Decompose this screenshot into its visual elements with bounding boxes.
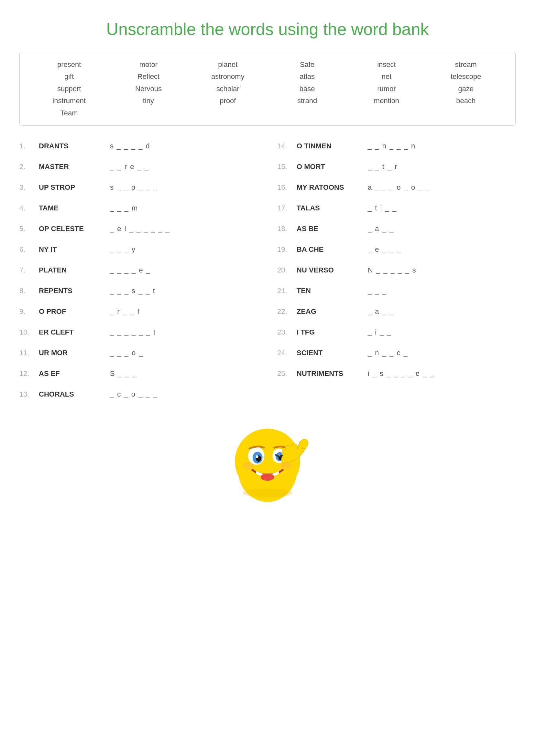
question-number: 4.: [19, 204, 39, 212]
question-hint: N _ _ _ _ _ s: [368, 266, 417, 274]
questions-right-col: 14.O TINMEN_ _ n _ _ _ n15.O MORT_ _ t _…: [277, 142, 516, 411]
question-scrambled: DRANTS: [39, 142, 110, 150]
question-number: 5.: [19, 225, 39, 233]
word-bank-word: instrument: [52, 95, 86, 107]
question-hint: _ _ _ m: [110, 204, 138, 212]
question-hint: _ _ _ _ e _: [110, 266, 151, 274]
question-scrambled: TALAS: [296, 204, 368, 212]
question-scrambled: O TINMEN: [296, 142, 368, 150]
question-number: 8.: [19, 287, 39, 295]
question-item: 25.NUTRIMENTSi _ s _ _ _ _ e _ _: [277, 369, 516, 378]
question-number: 19.: [277, 245, 296, 254]
question-item: 7.PLATEN_ _ _ _ e _: [19, 266, 258, 274]
question-hint: _ _ n _ _ _ n: [368, 142, 416, 150]
svg-point-10: [261, 473, 274, 481]
question-item: 11.UR MOR_ _ _ o _: [19, 349, 258, 357]
question-hint: _ a _ _: [368, 308, 394, 316]
question-scrambled: PLATEN: [39, 266, 110, 274]
word-bank-col-5: streamtelescopegazebeach: [426, 59, 506, 119]
word-bank-word: beach: [456, 95, 475, 107]
word-bank-col-1: motorReflectNervoustiny: [109, 59, 188, 119]
question-hint: s _ _ _ _ d: [110, 142, 151, 150]
question-number: 11.: [19, 349, 39, 357]
word-bank-col-3: Safeatlasbasestrand: [268, 59, 347, 119]
question-scrambled: UR MOR: [39, 349, 110, 357]
question-item: 3.UP STROPs _ _ p _ _ _: [19, 183, 258, 192]
question-scrambled: UP STROP: [39, 183, 110, 192]
question-item: 4.TAME_ _ _ m: [19, 204, 258, 212]
question-number: 16.: [277, 183, 296, 192]
word-bank-word: rumor: [377, 83, 396, 95]
word-bank-word: gift: [64, 70, 74, 82]
question-scrambled: NY IT: [39, 245, 110, 254]
question-hint: _ _ t _ r: [368, 163, 398, 171]
question-scrambled: BA CHE: [296, 245, 368, 254]
question-scrambled: ZEAG: [296, 308, 368, 316]
question-item: 2.MASTER_ _ r e _ _: [19, 163, 258, 171]
word-bank-word: support: [57, 83, 81, 95]
question-scrambled: NU VERSO: [296, 266, 368, 274]
question-item: 14.O TINMEN_ _ n _ _ _ n: [277, 142, 516, 150]
question-scrambled: OP CELESTE: [39, 225, 110, 233]
question-item: 8.REPENTS_ _ _ s _ _ t: [19, 287, 258, 295]
word-bank: presentgiftsupportinstrumentTeammotorRef…: [19, 52, 516, 126]
question-scrambled: TAME: [39, 204, 110, 212]
word-bank-word: gaze: [458, 83, 473, 95]
word-bank-word: telescope: [451, 70, 481, 82]
question-scrambled: MASTER: [39, 163, 110, 171]
question-item: 6.NY IT_ _ _ y: [19, 245, 258, 254]
word-bank-word: proof: [220, 95, 236, 107]
word-bank-word: stream: [455, 59, 477, 70]
question-number: 15.: [277, 163, 296, 171]
question-hint: _ c _ o _ _ _: [110, 390, 157, 398]
word-bank-word: Reflect: [137, 70, 159, 82]
question-number: 23.: [277, 328, 296, 337]
word-bank-word: net: [382, 70, 392, 82]
question-number: 14.: [277, 142, 296, 150]
question-hint: _ _ _ _ _ _ t: [110, 328, 156, 337]
svg-point-11: [243, 462, 254, 469]
word-bank-word: Safe: [300, 59, 314, 70]
svg-point-12: [281, 462, 292, 469]
question-scrambled: SCIENT: [296, 349, 368, 357]
questions-left-col: 1.DRANTSs _ _ _ _ d2.MASTER_ _ r e _ _3.…: [19, 142, 258, 411]
word-bank-word: motor: [139, 59, 157, 70]
question-item: 24.SCIENT_ n _ _ c _: [277, 349, 516, 357]
question-hint: _ _ _ y: [110, 245, 136, 254]
word-bank-word: mention: [374, 95, 399, 107]
question-item: 10.ER CLEFT_ _ _ _ _ _ t: [19, 328, 258, 337]
question-scrambled: ER CLEFT: [39, 328, 110, 337]
question-item: 17.TALAS_ t l _ _: [277, 204, 516, 212]
word-bank-word: scholar: [216, 83, 239, 95]
word-bank-word: tiny: [143, 95, 154, 107]
question-item: 23.I TFG_ i _ _: [277, 328, 516, 337]
question-hint: _ t l _ _: [368, 204, 397, 212]
question-hint: _ _ _: [368, 287, 387, 295]
question-hint: _ n _ _ c _: [368, 349, 408, 357]
question-number: 9.: [19, 308, 39, 316]
question-item: 19.BA CHE_ e _ _ _: [277, 245, 516, 254]
question-scrambled: REPENTS: [39, 287, 110, 295]
question-hint: _ _ r e _ _: [110, 163, 149, 171]
question-item: 9.O PROF_ r _ _ f: [19, 308, 258, 316]
svg-point-13: [242, 488, 293, 498]
question-number: 2.: [19, 163, 39, 171]
question-number: 17.: [277, 204, 296, 212]
word-bank-word: strand: [297, 95, 317, 107]
question-item: 20.NU VERSON _ _ _ _ _ s: [277, 266, 516, 274]
emoji-icon: [222, 420, 313, 511]
question-scrambled: MY RATOONS: [296, 183, 368, 192]
question-item: 15.O MORT_ _ t _ r: [277, 163, 516, 171]
question-item: 5.OP CELESTE_ e l _ _ _ _ _ _: [19, 225, 258, 233]
question-item: 1.DRANTSs _ _ _ _ d: [19, 142, 258, 150]
question-hint: _ i _ _: [368, 328, 392, 337]
question-hint: _ _ _ o _: [110, 349, 144, 357]
questions-area: 1.DRANTSs _ _ _ _ d2.MASTER_ _ r e _ _3.…: [19, 142, 516, 411]
word-bank-word: planet: [218, 59, 238, 70]
question-scrambled: TEN: [296, 287, 368, 295]
question-number: 12.: [19, 369, 39, 378]
word-bank-word: insect: [377, 59, 396, 70]
question-number: 24.: [277, 349, 296, 357]
question-number: 20.: [277, 266, 296, 274]
question-number: 6.: [19, 245, 39, 254]
